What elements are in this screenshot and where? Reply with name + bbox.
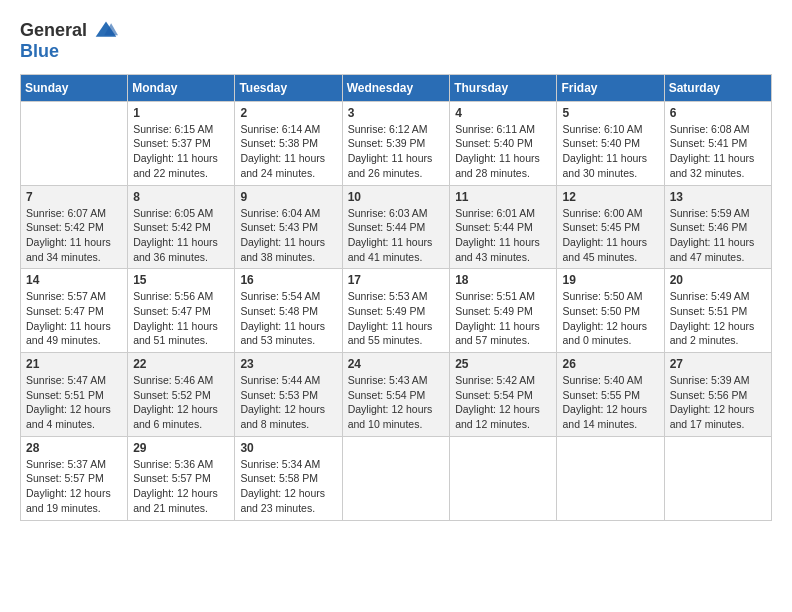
cell-details: Sunrise: 6:08 AM Sunset: 5:41 PM Dayligh… <box>670 122 766 181</box>
calendar-cell: 5Sunrise: 6:10 AM Sunset: 5:40 PM Daylig… <box>557 101 664 185</box>
day-number: 12 <box>562 190 658 204</box>
logo-general: General <box>20 20 87 40</box>
day-number: 8 <box>133 190 229 204</box>
day-number: 24 <box>348 357 445 371</box>
calendar-cell: 22Sunrise: 5:46 AM Sunset: 5:52 PM Dayli… <box>128 353 235 437</box>
logo-blue: Blue <box>20 41 59 61</box>
calendar-cell <box>342 436 450 520</box>
cell-details: Sunrise: 6:10 AM Sunset: 5:40 PM Dayligh… <box>562 122 658 181</box>
day-number: 21 <box>26 357 122 371</box>
calendar-cell: 13Sunrise: 5:59 AM Sunset: 5:46 PM Dayli… <box>664 185 771 269</box>
cell-details: Sunrise: 5:56 AM Sunset: 5:47 PM Dayligh… <box>133 289 229 348</box>
day-number: 28 <box>26 441 122 455</box>
calendar-cell: 21Sunrise: 5:47 AM Sunset: 5:51 PM Dayli… <box>21 353 128 437</box>
day-number: 11 <box>455 190 551 204</box>
day-number: 10 <box>348 190 445 204</box>
day-number: 6 <box>670 106 766 120</box>
calendar-cell: 25Sunrise: 5:42 AM Sunset: 5:54 PM Dayli… <box>450 353 557 437</box>
day-number: 29 <box>133 441 229 455</box>
calendar-cell: 11Sunrise: 6:01 AM Sunset: 5:44 PM Dayli… <box>450 185 557 269</box>
day-number: 16 <box>240 273 336 287</box>
day-header-sunday: Sunday <box>21 74 128 101</box>
day-number: 18 <box>455 273 551 287</box>
cell-details: Sunrise: 5:40 AM Sunset: 5:55 PM Dayligh… <box>562 373 658 432</box>
calendar-cell: 3Sunrise: 6:12 AM Sunset: 5:39 PM Daylig… <box>342 101 450 185</box>
calendar-cell: 17Sunrise: 5:53 AM Sunset: 5:49 PM Dayli… <box>342 269 450 353</box>
cell-details: Sunrise: 6:07 AM Sunset: 5:42 PM Dayligh… <box>26 206 122 265</box>
day-number: 20 <box>670 273 766 287</box>
cell-details: Sunrise: 6:14 AM Sunset: 5:38 PM Dayligh… <box>240 122 336 181</box>
calendar-cell <box>664 436 771 520</box>
cell-details: Sunrise: 6:03 AM Sunset: 5:44 PM Dayligh… <box>348 206 445 265</box>
calendar-cell: 23Sunrise: 5:44 AM Sunset: 5:53 PM Dayli… <box>235 353 342 437</box>
cell-details: Sunrise: 5:47 AM Sunset: 5:51 PM Dayligh… <box>26 373 122 432</box>
day-number: 2 <box>240 106 336 120</box>
calendar-cell: 4Sunrise: 6:11 AM Sunset: 5:40 PM Daylig… <box>450 101 557 185</box>
calendar-cell: 1Sunrise: 6:15 AM Sunset: 5:37 PM Daylig… <box>128 101 235 185</box>
cell-details: Sunrise: 5:37 AM Sunset: 5:57 PM Dayligh… <box>26 457 122 516</box>
day-number: 13 <box>670 190 766 204</box>
calendar-cell: 29Sunrise: 5:36 AM Sunset: 5:57 PM Dayli… <box>128 436 235 520</box>
cell-details: Sunrise: 5:51 AM Sunset: 5:49 PM Dayligh… <box>455 289 551 348</box>
cell-details: Sunrise: 6:04 AM Sunset: 5:43 PM Dayligh… <box>240 206 336 265</box>
calendar-cell <box>21 101 128 185</box>
cell-details: Sunrise: 5:39 AM Sunset: 5:56 PM Dayligh… <box>670 373 766 432</box>
cell-details: Sunrise: 5:46 AM Sunset: 5:52 PM Dayligh… <box>133 373 229 432</box>
cell-details: Sunrise: 5:36 AM Sunset: 5:57 PM Dayligh… <box>133 457 229 516</box>
calendar-cell: 2Sunrise: 6:14 AM Sunset: 5:38 PM Daylig… <box>235 101 342 185</box>
day-number: 9 <box>240 190 336 204</box>
day-number: 27 <box>670 357 766 371</box>
day-header-thursday: Thursday <box>450 74 557 101</box>
cell-details: Sunrise: 6:12 AM Sunset: 5:39 PM Dayligh… <box>348 122 445 181</box>
cell-details: Sunrise: 5:59 AM Sunset: 5:46 PM Dayligh… <box>670 206 766 265</box>
cell-details: Sunrise: 5:50 AM Sunset: 5:50 PM Dayligh… <box>562 289 658 348</box>
cell-details: Sunrise: 6:01 AM Sunset: 5:44 PM Dayligh… <box>455 206 551 265</box>
day-header-monday: Monday <box>128 74 235 101</box>
cell-details: Sunrise: 5:57 AM Sunset: 5:47 PM Dayligh… <box>26 289 122 348</box>
day-number: 30 <box>240 441 336 455</box>
day-number: 22 <box>133 357 229 371</box>
day-number: 23 <box>240 357 336 371</box>
cell-details: Sunrise: 5:34 AM Sunset: 5:58 PM Dayligh… <box>240 457 336 516</box>
calendar-cell: 26Sunrise: 5:40 AM Sunset: 5:55 PM Dayli… <box>557 353 664 437</box>
cell-details: Sunrise: 5:42 AM Sunset: 5:54 PM Dayligh… <box>455 373 551 432</box>
day-header-friday: Friday <box>557 74 664 101</box>
logo: General Blue <box>20 20 118 62</box>
day-number: 25 <box>455 357 551 371</box>
cell-details: Sunrise: 5:53 AM Sunset: 5:49 PM Dayligh… <box>348 289 445 348</box>
cell-details: Sunrise: 6:00 AM Sunset: 5:45 PM Dayligh… <box>562 206 658 265</box>
cell-details: Sunrise: 6:15 AM Sunset: 5:37 PM Dayligh… <box>133 122 229 181</box>
calendar-table: SundayMondayTuesdayWednesdayThursdayFrid… <box>20 74 772 521</box>
calendar-cell: 14Sunrise: 5:57 AM Sunset: 5:47 PM Dayli… <box>21 269 128 353</box>
day-number: 17 <box>348 273 445 287</box>
calendar-cell <box>450 436 557 520</box>
calendar-cell <box>557 436 664 520</box>
calendar-cell: 9Sunrise: 6:04 AM Sunset: 5:43 PM Daylig… <box>235 185 342 269</box>
day-header-tuesday: Tuesday <box>235 74 342 101</box>
calendar-cell: 12Sunrise: 6:00 AM Sunset: 5:45 PM Dayli… <box>557 185 664 269</box>
calendar-cell: 20Sunrise: 5:49 AM Sunset: 5:51 PM Dayli… <box>664 269 771 353</box>
cell-details: Sunrise: 6:05 AM Sunset: 5:42 PM Dayligh… <box>133 206 229 265</box>
day-header-wednesday: Wednesday <box>342 74 450 101</box>
day-number: 3 <box>348 106 445 120</box>
cell-details: Sunrise: 5:54 AM Sunset: 5:48 PM Dayligh… <box>240 289 336 348</box>
calendar-cell: 18Sunrise: 5:51 AM Sunset: 5:49 PM Dayli… <box>450 269 557 353</box>
calendar-cell: 27Sunrise: 5:39 AM Sunset: 5:56 PM Dayli… <box>664 353 771 437</box>
calendar-cell: 19Sunrise: 5:50 AM Sunset: 5:50 PM Dayli… <box>557 269 664 353</box>
cell-details: Sunrise: 6:11 AM Sunset: 5:40 PM Dayligh… <box>455 122 551 181</box>
day-number: 26 <box>562 357 658 371</box>
day-number: 1 <box>133 106 229 120</box>
day-number: 15 <box>133 273 229 287</box>
calendar-cell: 30Sunrise: 5:34 AM Sunset: 5:58 PM Dayli… <box>235 436 342 520</box>
calendar-cell: 15Sunrise: 5:56 AM Sunset: 5:47 PM Dayli… <box>128 269 235 353</box>
calendar-cell: 6Sunrise: 6:08 AM Sunset: 5:41 PM Daylig… <box>664 101 771 185</box>
cell-details: Sunrise: 5:44 AM Sunset: 5:53 PM Dayligh… <box>240 373 336 432</box>
day-header-saturday: Saturday <box>664 74 771 101</box>
day-number: 7 <box>26 190 122 204</box>
calendar-cell: 16Sunrise: 5:54 AM Sunset: 5:48 PM Dayli… <box>235 269 342 353</box>
calendar-cell: 24Sunrise: 5:43 AM Sunset: 5:54 PM Dayli… <box>342 353 450 437</box>
day-number: 4 <box>455 106 551 120</box>
day-number: 5 <box>562 106 658 120</box>
calendar-cell: 8Sunrise: 6:05 AM Sunset: 5:42 PM Daylig… <box>128 185 235 269</box>
cell-details: Sunrise: 5:43 AM Sunset: 5:54 PM Dayligh… <box>348 373 445 432</box>
